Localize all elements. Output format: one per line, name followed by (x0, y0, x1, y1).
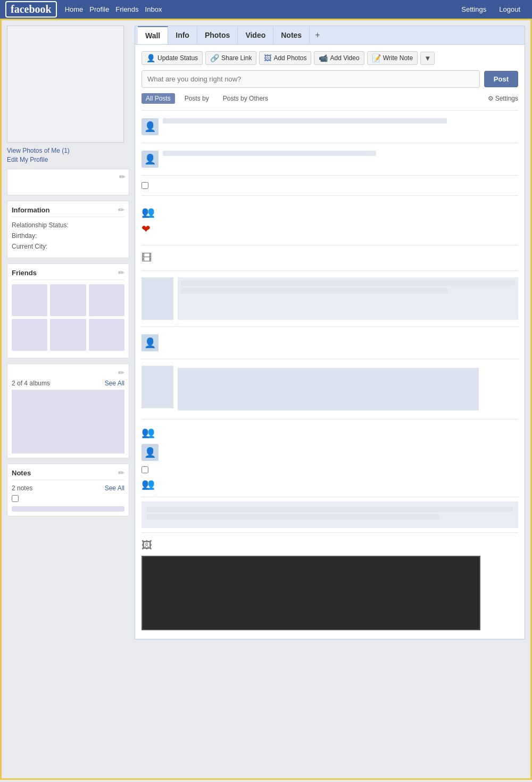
actions-dropdown-btn[interactable]: ▼ (420, 52, 435, 65)
tab-video[interactable]: Video (238, 27, 273, 44)
profile-photo (7, 26, 124, 143)
stream-item-group2: 👥 (142, 424, 518, 441)
nav-home[interactable]: Home (65, 5, 84, 13)
information-section: Information ✏ Relationship Status: Birth… (7, 201, 129, 258)
friends-section: Friends ✏ (7, 264, 129, 358)
stream-film-row: 🎞 (142, 250, 518, 266)
stream-item-checkbox-1 (142, 180, 518, 191)
settings-gear-icon: ⚙ (488, 95, 494, 102)
stream-divider-9 (142, 419, 518, 419)
view-photos-link[interactable]: View Photos of Me (1) (7, 147, 129, 154)
friends-header: Friends ✏ (12, 268, 124, 280)
tab-notes[interactable]: Notes (273, 27, 310, 44)
stream-line-2 (163, 151, 376, 156)
stream-text-content-1 (142, 501, 518, 528)
stream-item-thumb-1 (142, 275, 518, 322)
stream-avatar-2: 👤 (142, 151, 159, 168)
stream-checkbox-1[interactable] (142, 182, 148, 189)
stream-heart-row: ❤ (142, 220, 518, 237)
friends-grid-row1 (12, 284, 124, 316)
stream-divider-2 (142, 143, 518, 143)
tab-wall[interactable]: Wall (138, 26, 168, 44)
stream-content-2 (163, 151, 518, 168)
stream-divider-4 (142, 195, 518, 196)
stream-divider-6 (142, 270, 518, 271)
filter-all-posts[interactable]: All Posts (142, 93, 175, 104)
status-input[interactable] (142, 70, 480, 88)
stream-item-4: 👤 (142, 441, 518, 464)
edit-profile-link[interactable]: Edit My Profile (7, 156, 129, 163)
friend-thumb-1[interactable] (12, 284, 47, 316)
filter-settings[interactable]: ⚙ Settings (488, 95, 518, 102)
nav-right-links: Settings Logout (461, 5, 527, 13)
stream-divider-5 (142, 245, 518, 245)
add-video-btn[interactable]: 📹 Add Video (314, 51, 364, 65)
stream-divider-7 (142, 326, 518, 327)
stream-checkbox-2[interactable] (142, 466, 148, 473)
stream-item-1: 👤 (142, 115, 518, 138)
notes-see-all[interactable]: See All (105, 484, 124, 492)
albums-see-all[interactable]: See All (105, 380, 124, 387)
albums-section: ✏ ✏ 2 of 4 albums See All (7, 364, 129, 458)
stream-item-thumb-2 (142, 364, 518, 415)
action-buttons: 👤 Update Status 🔗 Share Link 🖼 Add Photo… (142, 51, 518, 65)
friend-thumb-5[interactable] (50, 319, 86, 351)
notes-count-row: 2 notes See All (12, 484, 124, 492)
facebook-logo: facebook (5, 1, 57, 18)
page-wrapper: View Photos of Me (1) Edit My Profile ✏ … (0, 19, 532, 780)
nav-settings[interactable]: Settings (461, 5, 486, 13)
notes-sidebar-title: Notes (12, 469, 31, 477)
friend-thumb-3[interactable] (89, 284, 124, 316)
friend-thumb-4[interactable] (12, 319, 47, 351)
nav-profile[interactable]: Profile (89, 5, 109, 13)
stream-media-placeholder-2 (178, 368, 479, 410)
post-button[interactable]: Post (484, 71, 518, 87)
album-thumbnail[interactable] (12, 390, 124, 454)
filter-posts-by[interactable]: Posts by (180, 93, 213, 104)
write-note-label: Write Note (383, 54, 413, 62)
tab-add[interactable]: + (310, 26, 325, 44)
current-city-row: Current City: (12, 243, 124, 250)
stream-item-checkbox-2 (142, 464, 518, 475)
stream-thumb-line-1 (181, 281, 515, 286)
nav-logout[interactable]: Logout (499, 5, 520, 13)
information-header: Information ✏ (12, 205, 124, 217)
friends-title: Friends (12, 269, 37, 277)
bio-edit-icon[interactable]: ✏ (119, 172, 126, 181)
wall-content: 👤 Update Status 🔗 Share Link 🖼 Add Photo… (135, 44, 525, 639)
friends-edit-icon[interactable]: ✏ (118, 268, 124, 277)
tab-photos[interactable]: Photos (197, 27, 238, 44)
friend-thumb-2[interactable] (50, 284, 86, 316)
stream-thumb-line-2 (181, 288, 448, 293)
profile-tabs: Wall Info Photos Video Notes + (135, 26, 525, 44)
stream-picture-icon: 🖼 (142, 539, 152, 551)
information-edit-icon[interactable]: ✏ (118, 205, 124, 214)
tab-info[interactable]: Info (168, 27, 197, 44)
stream-divider-1 (142, 110, 518, 111)
friend-thumb-6[interactable] (89, 319, 124, 351)
albums-edit-icon2[interactable]: ✏ (118, 368, 124, 377)
stream-line-1 (163, 118, 447, 124)
notes-sidebar-section: Notes ✏ 2 notes See All (7, 464, 129, 516)
stream-avatar-4: 👤 (142, 444, 159, 461)
status-area: Post (142, 70, 518, 88)
write-note-btn[interactable]: 📝 Write Note (367, 51, 418, 65)
filter-posts-by-others[interactable]: Posts by Others (219, 93, 272, 104)
nav-friends[interactable]: Friends (115, 5, 138, 13)
nav-inbox[interactable]: Inbox (145, 5, 162, 13)
filter-row: All Posts Posts by Posts by Others ⚙ Set… (142, 93, 518, 104)
stream-avatar-3: 👤 (142, 334, 159, 351)
update-status-btn[interactable]: 👤 Update Status (142, 51, 203, 65)
notes-edit-icon[interactable]: ✏ (118, 468, 124, 477)
stream-item-group-heart: 👥 ❤ (142, 200, 518, 241)
share-link-icon: 🔗 (210, 54, 219, 62)
stream-divider-10 (142, 497, 518, 497)
note-checkbox[interactable] (12, 495, 19, 502)
share-link-btn[interactable]: 🔗 Share Link (205, 51, 256, 65)
stream-group-icon: 👥 (142, 205, 155, 218)
add-photos-btn[interactable]: 🖼 Add Photos (259, 51, 311, 65)
stream-thumbnail-2 (142, 366, 173, 408)
stream-item-2: 👤 (142, 147, 518, 171)
stream-thumb-content-1 (178, 277, 518, 320)
bio-box: ✏ (7, 169, 129, 195)
